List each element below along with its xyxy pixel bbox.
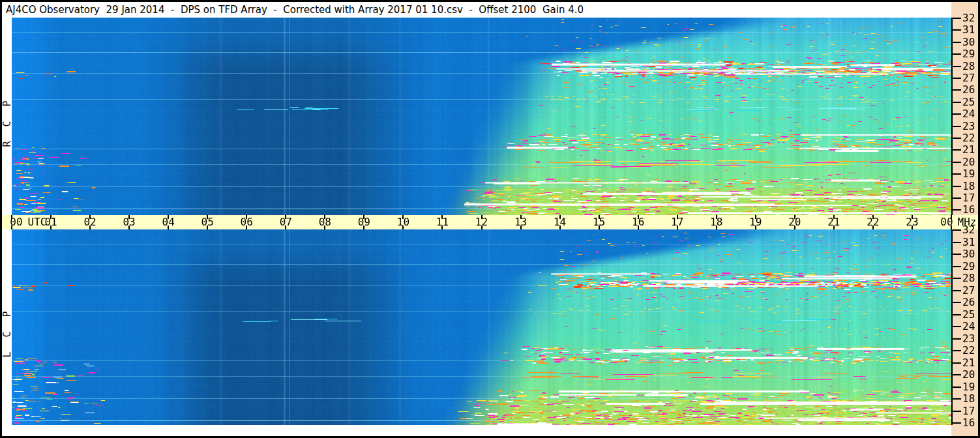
dps-window: AJ4CO Observatory 29 Jan 2014 - DPS on T… [0,0,980,438]
title-bar: AJ4CO Observatory 29 Jan 2014 - DPS on T… [2,2,951,18]
lcp-panel-label: LCP [2,229,12,425]
lcp-spectrogram [12,229,951,425]
page-title: AJ4CO Observatory 29 Jan 2014 - DPS on T… [6,4,584,16]
rcp-label-text: RCP [1,86,13,147]
frequency-axis-line-top [951,18,953,215]
lcp-label-text: LCP [1,297,13,357]
time-axis-band [2,215,978,229]
rcp-panel-label: RCP [2,18,12,215]
frequency-axis-line-bottom [951,229,953,425]
rcp-spectrogram [12,18,951,215]
